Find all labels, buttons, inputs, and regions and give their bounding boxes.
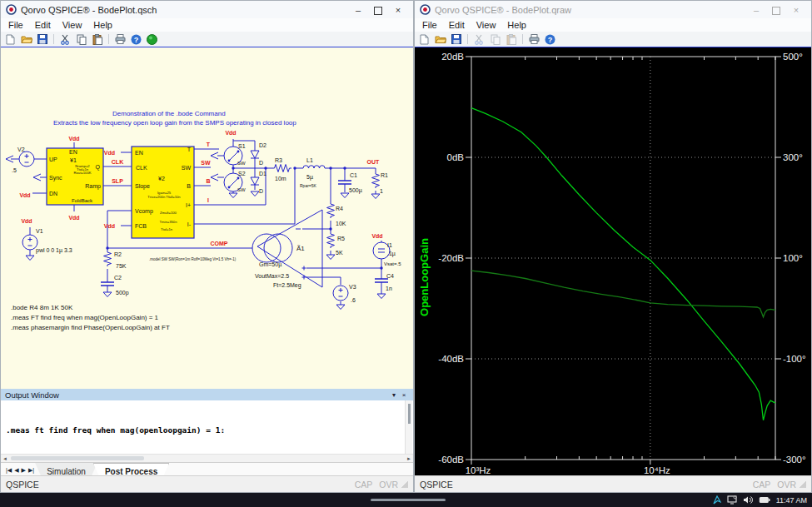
resistor[interactable]	[327, 232, 335, 248]
ground-icon[interactable]	[371, 194, 380, 199]
close-button[interactable]: ×	[786, 5, 806, 15]
plot-background[interactable]	[415, 47, 811, 477]
menu-view[interactable]: View	[62, 20, 82, 30]
resize-grip[interactable]	[401, 481, 408, 488]
switch-terminal[interactable]	[228, 186, 231, 189]
port-icon[interactable]	[211, 174, 218, 181]
output-log[interactable]: .meas ft find freq when mag(openloopgain…	[1, 400, 406, 454]
plus-input-icon[interactable]	[302, 266, 306, 271]
resize-grip[interactable]	[800, 481, 806, 488]
ground-icon[interactable]	[326, 255, 335, 260]
plus-minus-icon[interactable]	[25, 154, 29, 162]
capacitor[interactable]	[338, 181, 351, 184]
menu-file[interactable]: File	[422, 20, 437, 30]
capacitor[interactable]	[375, 279, 388, 282]
ground-icon[interactable]	[377, 294, 386, 299]
switch-lever[interactable]	[229, 178, 238, 187]
output-horizontal-scrollbar[interactable]: ◄ ►	[1, 454, 413, 462]
menu-edit[interactable]: Edit	[449, 20, 465, 30]
volume-icon[interactable]	[743, 495, 753, 505]
copy-icon[interactable]	[489, 33, 501, 45]
resistor[interactable]	[272, 165, 291, 172]
output-close-icon[interactable]: ×	[399, 391, 409, 399]
resistor[interactable]	[327, 202, 335, 218]
taskbar[interactable]: 11:47 AM	[0, 493, 812, 507]
resistor[interactable]	[372, 172, 380, 188]
open-file-icon[interactable]	[20, 33, 32, 45]
voltage-source[interactable]	[19, 152, 34, 167]
plus-minus-icon[interactable]	[339, 288, 343, 296]
clock[interactable]: 11:47 AM	[776, 496, 807, 505]
port-icon[interactable]	[33, 174, 41, 181]
switch-terminal[interactable]	[237, 177, 240, 180]
plus-input-icon[interactable]	[302, 276, 306, 280]
tab-first-icon[interactable]: |◀	[6, 467, 12, 474]
wire[interactable]	[107, 211, 132, 251]
junction-dot[interactable]	[106, 246, 108, 249]
scrollbar-thumb[interactable]	[11, 456, 144, 460]
ground-icon[interactable]	[103, 292, 112, 297]
tab-prev-icon[interactable]: ◀	[14, 467, 18, 474]
tab-next-icon[interactable]: ▶	[22, 467, 26, 474]
menu-view[interactable]: View	[476, 20, 496, 30]
print-icon[interactable]	[528, 33, 541, 45]
open-file-icon[interactable]	[434, 33, 446, 45]
output-collapse-icon[interactable]: ▾	[389, 391, 399, 399]
maximize-button[interactable]	[368, 4, 388, 14]
schematic-canvas[interactable]: Demonstration of the .bode CommandExtrac…	[1, 47, 413, 390]
new-file-icon[interactable]	[4, 33, 17, 45]
help-icon[interactable]: ?	[130, 33, 142, 45]
ground-icon[interactable]	[251, 191, 259, 196]
junction-dot[interactable]	[232, 167, 234, 169]
cursor-icon[interactable]	[713, 495, 721, 505]
tab-last-icon[interactable]: ▶|	[28, 467, 34, 474]
save-icon[interactable]	[450, 33, 462, 45]
junction-dot[interactable]	[329, 227, 331, 230]
ground-icon[interactable]	[341, 193, 349, 198]
isrc-mark[interactable]	[378, 249, 385, 252]
menu-help[interactable]: Help	[507, 20, 526, 30]
junction-dot[interactable]	[380, 266, 382, 269]
port-icon[interactable]	[211, 152, 218, 159]
ground-icon[interactable]	[336, 305, 345, 310]
gm-stage-circle[interactable]	[252, 234, 281, 262]
voltage-source[interactable]	[333, 286, 348, 301]
switch-terminal[interactable]	[228, 160, 231, 162]
paste-icon[interactable]	[505, 33, 517, 45]
battery-icon[interactable]	[759, 496, 770, 504]
gm-stage-circle[interactable]	[264, 234, 292, 262]
plus-minus-icon[interactable]	[28, 237, 32, 246]
menu-help[interactable]: Help	[93, 20, 112, 30]
cut-icon[interactable]	[473, 33, 486, 45]
trace-label[interactable]: OpenLoopGain	[418, 238, 431, 316]
scroll-left-icon[interactable]: ◄	[2, 456, 7, 461]
switch-terminal[interactable]	[237, 151, 240, 153]
paste-icon[interactable]	[91, 33, 103, 45]
close-button[interactable]: ×	[388, 5, 408, 15]
junction-dot[interactable]	[264, 167, 267, 169]
monitor-icon[interactable]	[727, 495, 737, 505]
diode[interactable]	[251, 147, 259, 163]
ground-icon[interactable]	[229, 193, 237, 198]
scroll-right-icon[interactable]: ►	[406, 456, 411, 461]
switch-lever[interactable]	[229, 152, 238, 161]
new-file-icon[interactable]	[418, 33, 431, 45]
print-icon[interactable]	[114, 33, 127, 45]
resistor[interactable]	[104, 251, 112, 266]
inductor[interactable]	[303, 166, 325, 168]
output-vertical-scrollbar[interactable]	[405, 400, 412, 454]
junction-dot[interactable]	[329, 167, 331, 169]
minimize-button[interactable]: –	[348, 5, 368, 15]
capacitor[interactable]	[101, 282, 114, 286]
diode[interactable]	[251, 173, 259, 190]
bode-plot[interactable]: 20dB0dB-20dB-40dB-60dB500°300°100°-100°-…	[415, 47, 811, 477]
menu-file[interactable]: File	[8, 20, 23, 30]
copy-icon[interactable]	[75, 33, 87, 45]
save-icon[interactable]	[36, 33, 48, 45]
maximize-button[interactable]	[766, 4, 786, 14]
help-icon[interactable]: ?	[544, 33, 556, 45]
run-icon[interactable]	[146, 33, 158, 45]
cut-icon[interactable]	[59, 33, 72, 45]
junction-dot[interactable]	[293, 167, 296, 169]
ground-icon[interactable]	[26, 256, 34, 261]
